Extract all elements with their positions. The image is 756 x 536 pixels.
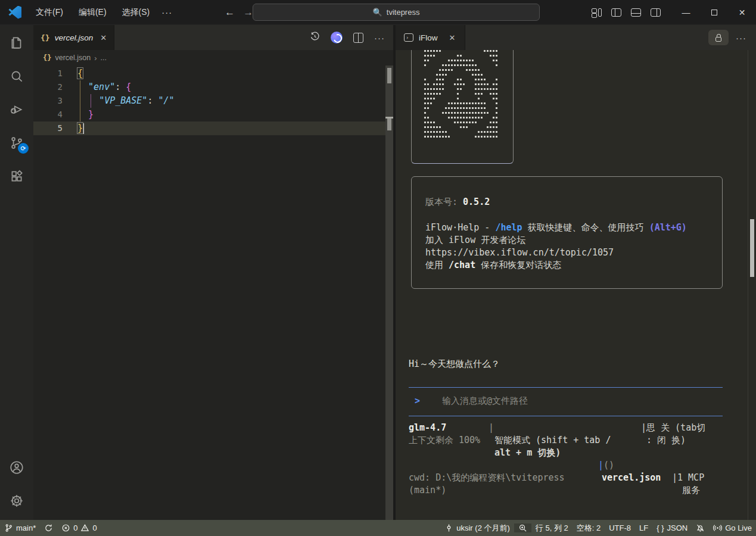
split-editor-icon[interactable] xyxy=(353,33,363,43)
help-prefix: iFlow·Help - xyxy=(425,222,495,233)
code-line-2[interactable]: 2 "env": { xyxy=(33,80,393,94)
error-count: 0 xyxy=(73,523,77,532)
nav-forward-icon[interactable]: → xyxy=(243,7,253,18)
go-live-button[interactable]: Go Live xyxy=(709,523,756,532)
extensions-icon[interactable] xyxy=(2,162,31,191)
encoding-indicator[interactable]: UTF-8 xyxy=(605,523,635,532)
editor-group: {} vercel.json ✕ ··· {} vercel.json › .. xyxy=(33,25,396,520)
command-center-search[interactable]: 🔍 tvitepress xyxy=(253,4,540,21)
timeline-history-icon[interactable] xyxy=(310,32,320,44)
panel-more-actions-icon[interactable]: ··· xyxy=(736,33,746,43)
warning-count: 0 xyxy=(92,523,97,532)
branch-name: main* xyxy=(16,523,36,532)
cwd-line2-branch: (main*) xyxy=(409,484,446,497)
version-value: 0.5.2 xyxy=(463,197,490,207)
code-line-1[interactable]: 1{ xyxy=(33,67,393,80)
panel-scrollbar-thumb[interactable] xyxy=(750,219,754,277)
tab-iflow[interactable]: › iFlow ✕ xyxy=(396,25,465,50)
run-debug-icon[interactable] xyxy=(2,95,31,124)
toggle-secondary-sidebar-icon[interactable] xyxy=(651,8,661,17)
forum-url[interactable]: https://vibex.iflow.cn/t/topic/1057 xyxy=(425,247,722,259)
settings-gear-icon[interactable] xyxy=(2,487,31,515)
sync-changes-button[interactable] xyxy=(40,523,57,532)
code-editor[interactable]: 1{2 "env": {3 "VP_BASE": "/"4 }5} xyxy=(33,66,393,520)
notifications-muted-icon[interactable] xyxy=(692,523,709,532)
line-number: 3 xyxy=(33,94,77,108)
zoom-indicator[interactable] xyxy=(514,523,531,532)
code-line-4[interactable]: 4 } xyxy=(33,108,393,121)
status-bar: main* 0 0 uksir (2 个月前) 行 5, 列 2 空格: 2 U xyxy=(0,520,756,536)
cursor-position[interactable]: 行 5, 列 2 xyxy=(531,523,573,534)
search-sidebar-icon[interactable] xyxy=(2,62,31,91)
chat-post: 保存和恢复对话状态 xyxy=(475,260,561,270)
input-border-top xyxy=(409,387,723,388)
git-blame-indicator[interactable]: uksir (2 个月前) xyxy=(440,523,514,534)
code-line-3[interactable]: 3 "VP_BASE": "/" xyxy=(33,94,393,108)
source-control-icon[interactable]: ⟳ xyxy=(2,129,31,157)
help-command[interactable]: /help xyxy=(495,222,522,233)
help-hotkey: (Alt+G) xyxy=(649,222,687,233)
language-mode[interactable]: { } JSON xyxy=(652,523,692,532)
eol-indicator[interactable]: LF xyxy=(635,523,652,532)
context-remaining: 上下文剩余 100% xyxy=(409,434,480,447)
thinking-status-line2: : 闭 换) xyxy=(641,434,686,447)
source-control-sync-badge: ⟳ xyxy=(18,143,29,154)
cwd-line1: cwd: D:\我的编程资料\tvitepress xyxy=(409,472,565,484)
search-icon: 🔍 xyxy=(373,8,382,17)
line-number: 5 xyxy=(33,121,77,135)
breadcrumb[interactable]: {} vercel.json › ... xyxy=(33,50,393,66)
thinking-status-line1: |思 关 (tab切 xyxy=(641,422,705,434)
mcp-line1: |1 MCP xyxy=(672,472,704,484)
prompt-icon: > xyxy=(415,395,420,406)
panel-scrollbar[interactable] xyxy=(748,50,756,520)
code-lines: 1{2 "env": {3 "VP_BASE": "/"4 }5} xyxy=(33,67,393,135)
minimize-button[interactable]: — xyxy=(672,0,700,25)
toggle-primary-sidebar-icon[interactable] xyxy=(611,8,621,17)
editor-tabbar: {} vercel.json ✕ ··· xyxy=(33,25,393,50)
panel-tab-label: iFlow xyxy=(419,33,438,42)
panel-tab-close-icon[interactable]: ✕ xyxy=(449,33,456,42)
panel-tabbar: › iFlow ✕ ··· xyxy=(396,25,756,50)
menu-overflow-button[interactable]: ··· xyxy=(155,4,178,20)
toggle-panel-icon[interactable] xyxy=(631,8,641,17)
search-value: tvitepress xyxy=(387,8,420,17)
breadcrumb-file[interactable]: vercel.json xyxy=(55,54,91,62)
code-line-5[interactable]: 5} xyxy=(33,121,393,135)
customize-layout-icon[interactable] xyxy=(592,8,602,17)
message-input[interactable]: 输入消息或@文件路径 xyxy=(442,395,528,406)
nav-back-icon[interactable]: ← xyxy=(225,7,235,18)
menu-item[interactable]: 文件(F) xyxy=(30,4,69,21)
close-button[interactable]: ✕ xyxy=(728,0,756,25)
braces-icon: { } xyxy=(657,523,664,532)
tab-vercel-json[interactable]: {} vercel.json ✕ xyxy=(33,25,114,50)
greeting-text: Hi～今天想做点什么？ xyxy=(409,359,500,370)
json-file-icon: {} xyxy=(41,33,50,42)
tab-close-icon[interactable]: ✕ xyxy=(100,33,107,42)
editor-scrollbar[interactable] xyxy=(385,66,393,520)
input-border-bottom xyxy=(409,416,723,416)
editor-scrollbar-thumb[interactable] xyxy=(387,68,391,83)
problems-indicator[interactable]: 0 0 xyxy=(57,523,101,532)
paren-pipe: | xyxy=(598,460,603,470)
account-icon[interactable] xyxy=(2,453,31,482)
maximize-button[interactable] xyxy=(700,0,728,25)
explorer-icon[interactable] xyxy=(2,29,31,57)
terminal-content[interactable]: 版本号: 0.5.2 iFlow·Help - /help 获取快捷键、命令、使… xyxy=(396,50,748,520)
iflow-panel: › iFlow ✕ ··· 版本号: 0.5.2 xyxy=(396,25,756,520)
cursor-overview-marker xyxy=(385,117,393,130)
editor-more-actions-icon[interactable]: ··· xyxy=(374,33,385,43)
menubar: 文件(F)编辑(E)选择(S) xyxy=(30,4,155,21)
indentation-indicator[interactable]: 空格: 2 xyxy=(573,523,605,534)
menu-item[interactable]: 选择(S) xyxy=(116,4,156,21)
text-cursor xyxy=(83,123,84,134)
lock-button[interactable] xyxy=(708,30,729,45)
iflow-extension-icon[interactable] xyxy=(331,32,343,43)
terminal-icon: › xyxy=(404,33,413,42)
branch-indicator[interactable]: main* xyxy=(0,523,40,532)
breadcrumb-more[interactable]: ... xyxy=(101,54,107,62)
go-live-label: Go Live xyxy=(725,523,752,532)
activity-bar: ⟳ xyxy=(0,25,33,520)
menu-item[interactable]: 编辑(E) xyxy=(73,4,113,21)
line-number: 2 xyxy=(33,80,77,94)
chat-command[interactable]: /chat xyxy=(449,260,475,270)
